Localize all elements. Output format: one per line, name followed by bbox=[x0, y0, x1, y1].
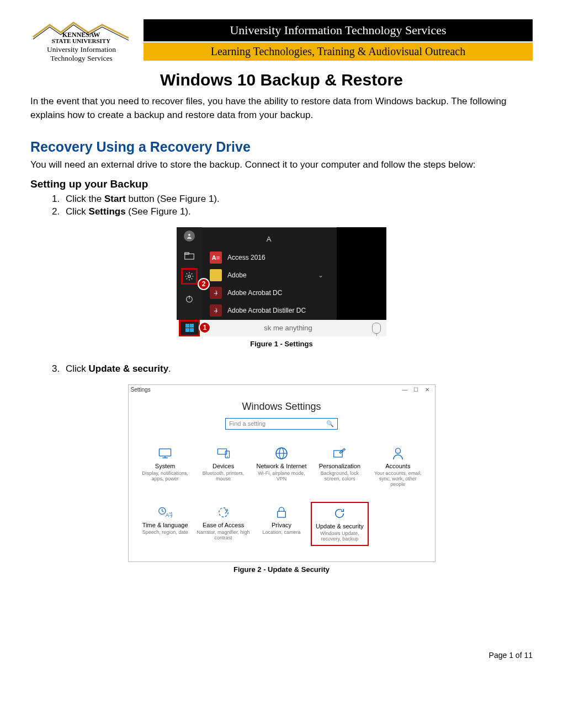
start-app-item[interactable]: Adobe ⌄ bbox=[205, 266, 328, 284]
app-list-header: A bbox=[210, 235, 328, 243]
start-app-item[interactable]: A≡ Access 2016 bbox=[205, 249, 328, 266]
document-title: Windows 10 Backup & Restore bbox=[30, 71, 533, 89]
svg-point-13 bbox=[227, 456, 228, 457]
page-number: Page 1 of 11 bbox=[30, 651, 533, 660]
figure-2: Settings — ☐ ✕ Windows Settings Find a s… bbox=[30, 384, 533, 574]
acrobat-icon bbox=[210, 287, 222, 299]
svg-rect-4 bbox=[185, 253, 189, 254]
start-app-item[interactable]: Adobe Acrobat DC bbox=[205, 284, 328, 302]
logo-subtitle-2: Technology Services bbox=[30, 54, 132, 63]
cortana-search-input[interactable]: sk me anything bbox=[205, 324, 369, 332]
settings-search-input[interactable]: Find a setting 🔍 bbox=[225, 418, 338, 430]
acrobat-distiller-icon bbox=[210, 304, 222, 317]
steps-list: Click the Start button (See Figure 1). C… bbox=[47, 194, 533, 217]
access-icon: A≡ bbox=[210, 251, 222, 264]
window-title: Settings bbox=[131, 387, 151, 393]
section-heading: Recovery Using a Recovery Drive bbox=[30, 139, 533, 155]
subsection-heading: Setting up your Backup bbox=[30, 178, 533, 190]
svg-text:A字: A字 bbox=[166, 511, 172, 517]
maximize-button[interactable]: ☐ bbox=[411, 387, 422, 393]
steps-list-cont: Click Update & security. bbox=[47, 363, 533, 374]
callout-1: 1 bbox=[199, 322, 211, 334]
start-app-item[interactable]: Adobe Acrobat Distiller DC bbox=[205, 302, 328, 319]
globe-icon bbox=[254, 446, 308, 461]
mountain-logo-icon: KENNESAW STATE UNIVERSITY bbox=[30, 19, 132, 44]
banner-secondary: Learning Technologies, Training & Audiov… bbox=[144, 42, 533, 61]
empty-tile bbox=[369, 502, 427, 547]
list-item: Click Update & security. bbox=[62, 363, 533, 374]
devices-icon bbox=[196, 446, 250, 461]
file-explorer-icon[interactable] bbox=[184, 250, 195, 261]
ksu-logo: KENNESAW STATE UNIVERSITY University Inf… bbox=[30, 19, 132, 63]
settings-tile-privacy[interactable]: Privacy Location, camera bbox=[252, 502, 310, 547]
settings-tile-personalization[interactable]: Personalization Background, lock screen,… bbox=[311, 443, 369, 491]
svg-point-2 bbox=[188, 234, 190, 236]
gear-icon bbox=[184, 271, 195, 282]
list-item: Click the Start button (See Figure 1). bbox=[62, 194, 533, 205]
logo-subtitle-1: University Information bbox=[30, 45, 132, 54]
settings-tile-ease-of-access[interactable]: Ease of Access Narrator, magnifier, high… bbox=[194, 502, 252, 547]
settings-tile-network[interactable]: Network & Internet Wi-Fi, airplane mode,… bbox=[252, 443, 310, 491]
chevron-down-icon: ⌄ bbox=[318, 271, 323, 279]
ease-of-access-icon bbox=[196, 505, 250, 520]
figure-1: 2 A A≡ Access 2016 Adobe ⌄ Adobe Acrobat… bbox=[30, 227, 533, 348]
svg-rect-22 bbox=[278, 511, 286, 517]
start-tiles-area bbox=[337, 227, 386, 320]
update-security-icon bbox=[314, 506, 365, 521]
settings-button[interactable] bbox=[181, 268, 198, 285]
system-icon bbox=[139, 446, 192, 461]
svg-point-18 bbox=[395, 448, 400, 453]
svg-point-5 bbox=[188, 275, 191, 277]
figure-1-caption: Figure 1 - Settings bbox=[30, 340, 533, 348]
search-icon: 🔍 bbox=[326, 420, 334, 427]
svg-rect-3 bbox=[185, 254, 194, 259]
section-description: You will need an external drive to store… bbox=[30, 159, 533, 170]
settings-tile-system[interactable]: System Display, notifications, apps, pow… bbox=[136, 443, 194, 491]
microphone-icon[interactable] bbox=[372, 323, 381, 334]
power-icon[interactable] bbox=[184, 293, 195, 304]
accounts-icon bbox=[371, 446, 424, 461]
time-language-icon: A字 bbox=[139, 505, 192, 520]
figure-2-caption: Figure 2 - Update & Security bbox=[30, 565, 533, 574]
close-button[interactable]: ✕ bbox=[422, 387, 433, 393]
settings-tile-update-security[interactable]: Update & security Windows Update, recove… bbox=[311, 502, 369, 547]
lock-icon bbox=[254, 505, 308, 520]
header: KENNESAW STATE UNIVERSITY University Inf… bbox=[30, 19, 533, 63]
banner-primary: University Information Technology Servic… bbox=[144, 19, 533, 41]
settings-heading: Windows Settings bbox=[129, 401, 435, 413]
svg-text:STATE UNIVERSITY: STATE UNIVERSITY bbox=[52, 38, 110, 44]
callout-2: 2 bbox=[198, 278, 210, 290]
windows-logo-icon bbox=[185, 324, 194, 332]
folder-icon bbox=[210, 269, 222, 281]
list-item: Click Settings (See Figure 1). bbox=[62, 206, 533, 217]
settings-tile-devices[interactable]: Devices Bluetooth, printers, mouse bbox=[194, 443, 252, 491]
start-button[interactable] bbox=[179, 320, 200, 336]
settings-tile-time-language[interactable]: A字 Time & language Speech, region, date bbox=[136, 502, 194, 547]
minimize-button[interactable]: — bbox=[400, 387, 411, 393]
svg-rect-8 bbox=[160, 449, 171, 456]
settings-tile-accounts[interactable]: Accounts Your accounts, email, sync, wor… bbox=[369, 443, 427, 491]
svg-point-21 bbox=[219, 507, 228, 517]
personalization-icon bbox=[313, 446, 367, 461]
user-avatar-icon[interactable] bbox=[184, 231, 195, 242]
window-titlebar: Settings — ☐ ✕ bbox=[129, 385, 435, 394]
intro-paragraph: In the event that you need to recover fi… bbox=[30, 95, 533, 122]
